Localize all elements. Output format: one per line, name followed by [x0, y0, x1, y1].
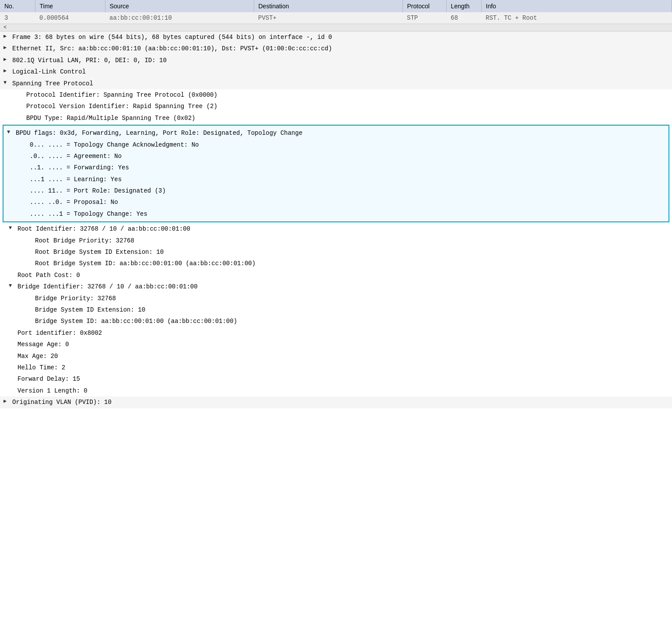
vlan-text: 802.1Q Virtual LAN, PRI: 0, DEI: 0, ID: …: [12, 56, 167, 65]
vlan-item[interactable]: 802.1Q Virtual LAN, PRI: 0, DEI: 0, ID: …: [0, 55, 672, 66]
bpdu-child-1: 0... .... = Topology Change Acknowledgme…: [4, 139, 668, 151]
stp-child-1-text: Protocol Identifier: Spanning Tree Proto…: [26, 90, 217, 100]
bpdu-child-2: .0.. .... = Agreement: No: [4, 151, 668, 162]
col-header-no: No.: [0, 0, 35, 12]
vlan-expand-arrow[interactable]: [4, 56, 11, 64]
root-id-item[interactable]: Root Identifier: 32768 / 10 / aa:bb:cc:0…: [0, 223, 672, 235]
bridge-id-label-text: Bridge Identifier: 32768 / 10 / aa:bb:cc…: [18, 282, 198, 291]
version-length-text: Version 1 Length: 0: [18, 386, 88, 396]
stp-item[interactable]: Spanning Tree Protocol: [0, 78, 672, 89]
root-child-1: Root Bridge Priority: 32768: [0, 235, 672, 246]
message-age-item: Message Age: 0: [0, 339, 672, 350]
version-length-item: Version 1 Length: 0: [0, 385, 672, 396]
stp-child-2-text: Protocol Version Identifier: Rapid Spann…: [26, 102, 217, 111]
frame-expand-arrow[interactable]: [4, 32, 11, 41]
root-child-3-text: Root Bridge System ID: aa:bb:cc:00:01:00…: [35, 259, 256, 268]
message-age-text: Message Age: 0: [18, 340, 69, 349]
ethernet-item[interactable]: Ethernet II, Src: aa:bb:cc:00:01:10 (aa:…: [0, 43, 672, 54]
root-id-arrow[interactable]: [9, 224, 17, 232]
bpdu-child-1-text: 0... .... = Topology Change Acknowledgme…: [30, 140, 199, 150]
bpdu-child-4: ...1 .... = Learning: Yes: [4, 174, 668, 185]
bridge-child-1-text: Bridge Priority: 32768: [35, 294, 116, 303]
bpdu-flags-arrow[interactable]: [7, 128, 15, 137]
root-path-cost-text: Root Path Cost: 0: [18, 270, 80, 280]
bpdu-child-5: .... 11.. = Port Role: Designated (3): [4, 185, 668, 196]
bpdu-flags-label-text: BPDU flags: 0x3d, Forwarding, Learning, …: [16, 128, 302, 138]
col-header-source: Source: [105, 0, 254, 12]
bpdu-child-4-text: ...1 .... = Learning: Yes: [30, 175, 122, 184]
col-header-protocol: Protocol: [402, 0, 446, 12]
root-path-cost-item: Root Path Cost: 0: [0, 270, 672, 281]
forward-delay-item: Forward Delay: 15: [0, 373, 672, 385]
horizontal-scrollbar[interactable]: <: [0, 24, 672, 32]
stp-label-text: Spanning Tree Protocol: [12, 79, 93, 88]
packet-destination: PVST+: [254, 12, 402, 24]
root-id-label-text: Root Identifier: 32768 / 10 / aa:bb:cc:0…: [18, 224, 190, 234]
hello-time-text: Hello Time: 2: [18, 363, 65, 372]
stp-child-3-text: BPDU Type: Rapid/Multiple Spanning Tree …: [26, 113, 195, 123]
bpdu-flags-item[interactable]: BPDU flags: 0x3d, Forwarding, Learning, …: [4, 127, 668, 139]
bpdu-flags-section: BPDU flags: 0x3d, Forwarding, Learning, …: [3, 125, 669, 222]
max-age-text: Max Age: 20: [18, 351, 58, 361]
scroll-left-arrow[interactable]: <: [2, 25, 8, 31]
packet-info: RST. TC + Root: [481, 12, 672, 24]
originating-vlan-item[interactable]: Originating VLAN (PVID): 10: [0, 396, 672, 408]
bridge-child-2-text: Bridge System ID Extension: 10: [35, 305, 145, 315]
port-identifier-item: Port identifier: 0x8002: [0, 327, 672, 339]
root-child-1-text: Root Bridge Priority: 32768: [35, 236, 134, 246]
stp-child-1: Protocol Identifier: Spanning Tree Proto…: [0, 89, 672, 101]
bpdu-child-2-text: .0.. .... = Agreement: No: [30, 151, 122, 161]
bridge-child-2: Bridge System ID Extension: 10: [0, 304, 672, 316]
stp-child-2: Protocol Version Identifier: Rapid Spann…: [0, 101, 672, 112]
root-child-2-text: Root Bridge System ID Extension: 10: [35, 247, 164, 257]
stp-expand-arrow[interactable]: [4, 79, 11, 87]
packet-row[interactable]: 3 0.000564 aa:bb:cc:00:01:10 PVST+ STP 6…: [0, 12, 672, 24]
frame-item[interactable]: Frame 3: 68 bytes on wire (544 bits), 68…: [0, 32, 672, 43]
port-identifier-text: Port identifier: 0x8002: [18, 328, 102, 338]
packet-source: aa:bb:cc:00:01:10: [105, 12, 254, 24]
frame-text: Frame 3: 68 bytes on wire (544 bits), 68…: [12, 32, 332, 42]
bpdu-child-6-text: .... ..0. = Proposal: No: [30, 197, 118, 207]
bpdu-child-3: ..1. .... = Forwarding: Yes: [4, 162, 668, 173]
llc-expand-arrow[interactable]: [4, 67, 11, 75]
col-header-length: Length: [446, 0, 481, 12]
root-child-2: Root Bridge System ID Extension: 10: [0, 246, 672, 258]
forward-delay-text: Forward Delay: 15: [18, 374, 80, 384]
col-header-destination: Destination: [254, 0, 402, 12]
detail-panel: Frame 3: 68 bytes on wire (544 bits), 68…: [0, 32, 672, 408]
bridge-id-arrow[interactable]: [9, 282, 17, 290]
bpdu-child-7-text: .... ...1 = Topology Change: Yes: [30, 209, 147, 219]
packet-table: No. Time Source Destination Protocol Len…: [0, 0, 672, 24]
bridge-child-3-text: Bridge System ID: aa:bb:cc:00:01:00 (aa:…: [35, 316, 237, 326]
originating-vlan-arrow[interactable]: [4, 397, 11, 406]
col-header-info: Info: [481, 0, 672, 12]
bridge-child-3: Bridge System ID: aa:bb:cc:00:01:00 (aa:…: [0, 316, 672, 327]
packet-time: 0.000564: [35, 12, 105, 24]
bridge-id-item[interactable]: Bridge Identifier: 32768 / 10 / aa:bb:cc…: [0, 281, 672, 292]
ethernet-text: Ethernet II, Src: aa:bb:cc:00:01:10 (aa:…: [12, 44, 332, 53]
packet-no: 3: [0, 12, 35, 24]
ethernet-expand-arrow[interactable]: [4, 44, 11, 52]
col-header-time: Time: [35, 0, 105, 12]
packet-length: 68: [446, 12, 481, 24]
bpdu-child-3-text: ..1. .... = Forwarding: Yes: [30, 163, 129, 172]
root-child-3: Root Bridge System ID: aa:bb:cc:00:01:00…: [0, 258, 672, 269]
max-age-item: Max Age: 20: [0, 351, 672, 362]
stp-child-3: BPDU Type: Rapid/Multiple Spanning Tree …: [0, 112, 672, 124]
llc-text: Logical-Link Control: [12, 67, 86, 77]
llc-item[interactable]: Logical-Link Control: [0, 66, 672, 77]
bpdu-child-6: .... ..0. = Proposal: No: [4, 196, 668, 208]
originating-vlan-text: Originating VLAN (PVID): 10: [12, 397, 112, 407]
bpdu-child-7: .... ...1 = Topology Change: Yes: [4, 208, 668, 220]
bpdu-child-5-text: .... 11.. = Port Role: Designated (3): [30, 186, 166, 196]
packet-protocol: STP: [402, 12, 446, 24]
bridge-child-1: Bridge Priority: 32768: [0, 293, 672, 304]
hello-time-item: Hello Time: 2: [0, 362, 672, 373]
